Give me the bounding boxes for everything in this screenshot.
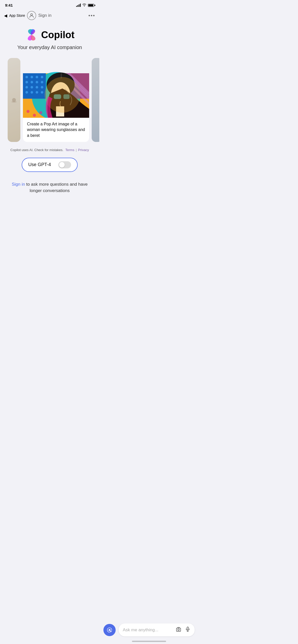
nav-signin-label[interactable]: Sign in [38, 13, 51, 18]
status-icons [76, 3, 94, 7]
svg-point-38 [26, 110, 30, 113]
battery-icon [88, 4, 94, 7]
wifi-icon [82, 3, 86, 7]
svg-point-21 [41, 91, 43, 94]
banner-text: Sign in to ask more questions and have l… [5, 181, 94, 194]
logo-container: Copilot [25, 28, 75, 41]
image-caption: Create a Pop Art image of a woman wearin… [23, 118, 89, 142]
disclaimer-text: Copilot uses AI. Check for mistakes. [10, 148, 63, 152]
avatar[interactable] [27, 11, 36, 20]
pipe-separator: | [76, 148, 78, 152]
svg-point-15 [31, 86, 33, 89]
back-arrow-icon[interactable]: ◀ [4, 13, 7, 18]
more-button[interactable]: ••• [88, 13, 95, 19]
carousel-item-prev[interactable] [8, 58, 20, 142]
svg-point-10 [25, 81, 28, 83]
hero-subtitle: Your everyday AI companion [17, 45, 82, 50]
gpt4-toggle[interactable] [58, 161, 71, 168]
svg-point-17 [41, 86, 43, 89]
app-store-back-label[interactable]: App Store [9, 13, 25, 18]
scroll-content: Copilot Your everyday AI companion [0, 23, 99, 230]
svg-point-42 [39, 111, 42, 114]
status-time: 9:41 [5, 3, 13, 7]
svg-point-2 [11, 101, 17, 103]
terms-link[interactable]: Terms [65, 148, 74, 152]
svg-point-6 [25, 76, 28, 78]
svg-point-39 [33, 114, 36, 117]
svg-point-0 [31, 14, 33, 16]
carousel-wrapper[interactable]: Create a Pop Art image of a woman wearin… [0, 58, 99, 142]
caption-text: Create a Pop Art image of a woman wearin… [27, 122, 85, 138]
toggle-knob [59, 162, 65, 168]
copilot-logo-icon [25, 28, 38, 41]
nav-bar: ◀ App Store Sign in ••• [0, 9, 99, 23]
carousel-item-next[interactable] [92, 58, 99, 142]
svg-point-8 [36, 76, 38, 78]
svg-point-13 [41, 81, 43, 83]
nav-left[interactable]: ◀ App Store Sign in [4, 11, 51, 20]
svg-point-14 [25, 86, 28, 89]
signin-rest-text: to ask more questions and have longer co… [25, 182, 88, 193]
svg-point-9 [41, 76, 43, 78]
svg-point-7 [31, 76, 33, 78]
svg-point-20 [36, 91, 38, 94]
app-title: Copilot [41, 30, 75, 40]
carousel-item-main[interactable]: Create a Pop Art image of a woman wearin… [23, 58, 89, 142]
svg-point-18 [25, 91, 28, 94]
svg-point-19 [31, 91, 33, 94]
signin-link[interactable]: Sign in [12, 182, 25, 187]
gpt4-pill[interactable]: Use GPT-4 [22, 158, 78, 172]
svg-point-11 [31, 81, 33, 83]
signin-banner: Sign in to ask more questions and have l… [0, 176, 99, 199]
svg-point-12 [36, 81, 38, 83]
hero-section: Copilot Your everyday AI companion [0, 23, 99, 53]
gpt4-label: Use GPT-4 [28, 162, 51, 167]
signal-bars-icon [76, 4, 81, 7]
status-bar: 9:41 [0, 0, 99, 9]
gpt4-container[interactable]: Use GPT-4 [5, 158, 94, 172]
carousel-track: Create a Pop Art image of a woman wearin… [0, 58, 99, 142]
svg-point-16 [36, 86, 38, 89]
privacy-link[interactable]: Privacy [78, 148, 89, 152]
disclaimer: Copilot uses AI. Check for mistakes. Ter… [0, 144, 99, 156]
